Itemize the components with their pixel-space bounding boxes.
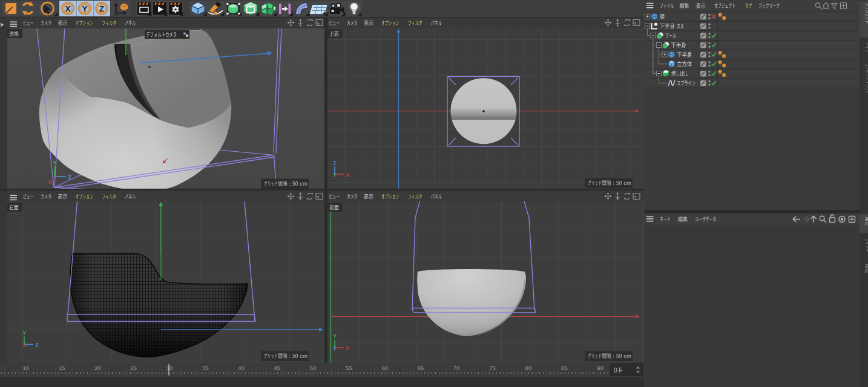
svg-text:90: 90 bbox=[597, 365, 603, 371]
svg-text:10: 10 bbox=[22, 365, 29, 371]
svg-text:30: 30 bbox=[166, 365, 173, 371]
svg-text:X: X bbox=[65, 4, 71, 13]
svg-text:85: 85 bbox=[561, 365, 568, 371]
svg-text:50: 50 bbox=[310, 365, 317, 371]
svg-text:Z: Z bbox=[333, 160, 337, 166]
svg-text:25: 25 bbox=[130, 365, 137, 371]
svg-text:55: 55 bbox=[346, 365, 352, 371]
svg-text:35: 35 bbox=[202, 365, 209, 371]
svg-text:Y: Y bbox=[333, 172, 337, 178]
svg-text:Y: Y bbox=[53, 160, 56, 166]
svg-text:X: X bbox=[48, 179, 52, 185]
svg-text:X: X bbox=[346, 172, 349, 178]
svg-text:80: 80 bbox=[525, 365, 532, 371]
svg-text:X: X bbox=[22, 342, 26, 348]
svg-text:60: 60 bbox=[381, 365, 388, 371]
svg-text:70: 70 bbox=[453, 365, 460, 371]
svg-text:Y: Y bbox=[333, 333, 337, 339]
svg-text:Z: Z bbox=[99, 4, 104, 13]
svg-text:Z: Z bbox=[35, 342, 39, 348]
svg-text:0 F: 0 F bbox=[614, 367, 622, 374]
svg-text:40: 40 bbox=[238, 365, 245, 371]
svg-text:Z: Z bbox=[333, 345, 337, 351]
svg-text:65: 65 bbox=[418, 365, 424, 371]
svg-text:20: 20 bbox=[94, 365, 101, 371]
svg-text:45: 45 bbox=[274, 365, 281, 371]
svg-text:15: 15 bbox=[59, 365, 65, 371]
svg-text:75: 75 bbox=[489, 365, 496, 371]
svg-text:Y: Y bbox=[82, 4, 88, 13]
svg-text:Y: Y bbox=[22, 330, 26, 336]
svg-text:Z: Z bbox=[68, 174, 71, 180]
svg-text:X: X bbox=[346, 345, 349, 351]
